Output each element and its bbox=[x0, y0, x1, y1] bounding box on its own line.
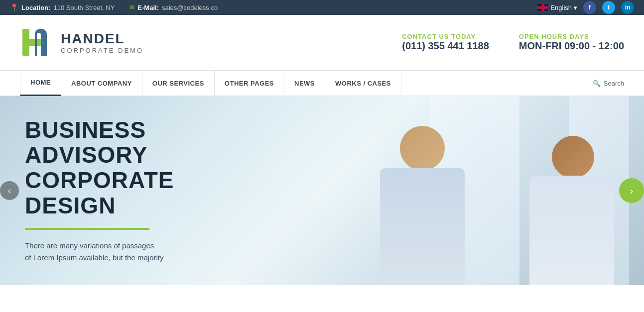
hero-title-line1: BUSINESS ADVISORY bbox=[25, 117, 148, 168]
hero-description: There are many variations of passages of… bbox=[25, 240, 229, 264]
contact-block: CONTACT US TODAY (011) 355 441 1188 bbox=[402, 33, 489, 52]
email-label: E-Mail: bbox=[137, 4, 159, 11]
hours-block: OPEN HOURS DAYS MON-FRI 09:00 - 12:00 bbox=[519, 33, 624, 52]
brand-sub: CORPORATE DEMO bbox=[61, 47, 143, 54]
logo-icon bbox=[20, 25, 55, 60]
hero-section: BUSINESS ADVISORY CORPORATE DESIGN There… bbox=[0, 96, 644, 285]
top-bar: 📍 Location: 110 South Street, NY ✉ E-Mai… bbox=[0, 0, 644, 15]
email-icon: ✉ bbox=[129, 4, 134, 11]
location-icon: 📍 bbox=[10, 3, 18, 11]
hero-content: BUSINESS ADVISORY CORPORATE DESIGN There… bbox=[0, 96, 249, 285]
slider-next-button[interactable]: › bbox=[619, 178, 644, 203]
language-chevron-icon: ▾ bbox=[574, 4, 577, 11]
facebook-icon[interactable]: f bbox=[583, 1, 596, 14]
search-button[interactable]: 🔍 Search bbox=[593, 80, 624, 87]
contact-phone: (011) 355 441 1188 bbox=[402, 40, 489, 52]
hero-title-line2: CORPORATE DESIGN bbox=[25, 167, 174, 218]
brand-name: HANDEL bbox=[61, 31, 143, 47]
hero-desc-line1: There are many variations of passages bbox=[25, 241, 154, 250]
twitter-icon[interactable]: t bbox=[602, 1, 615, 14]
hero-figure-area-left bbox=[325, 96, 485, 285]
linkedin-icon[interactable]: in bbox=[621, 1, 634, 14]
hero-desc-line2: of Lorem Ipsum available, but the majori… bbox=[25, 253, 163, 262]
logo-text: HANDEL CORPORATE DEMO bbox=[61, 31, 143, 54]
header-right: CONTACT US TODAY (011) 355 441 1188 OPEN… bbox=[402, 33, 624, 52]
navigation: HOME ABOUT COMPANY OUR SERVICES OTHER PA… bbox=[0, 70, 644, 96]
top-bar-right: English ▾ f t in bbox=[537, 1, 634, 14]
header: HANDEL CORPORATE DEMO CONTACT US TODAY (… bbox=[0, 15, 644, 70]
flag-icon bbox=[537, 4, 548, 11]
hero-figure-area-right bbox=[480, 96, 629, 285]
hours-value: MON-FRI 09:00 - 12:00 bbox=[519, 40, 624, 52]
location-label: Location: bbox=[21, 4, 51, 11]
location-info: 📍 Location: 110 South Street, NY bbox=[10, 3, 115, 11]
nav-item-services[interactable]: OUR SERVICES bbox=[142, 70, 215, 96]
search-label: Search bbox=[604, 80, 624, 87]
contact-label: CONTACT US TODAY bbox=[402, 33, 489, 40]
nav-item-about[interactable]: ABOUT COMPANY bbox=[61, 70, 142, 96]
top-bar-left: 📍 Location: 110 South Street, NY ✉ E-Mai… bbox=[10, 3, 218, 11]
hero-divider bbox=[25, 228, 149, 230]
slider-prev-button[interactable]: ‹ bbox=[0, 181, 19, 200]
hero-title: BUSINESS ADVISORY CORPORATE DESIGN bbox=[25, 117, 229, 218]
language-selector[interactable]: English ▾ bbox=[537, 4, 577, 11]
svg-rect-1 bbox=[22, 39, 41, 46]
location-value: 110 South Street, NY bbox=[54, 4, 115, 11]
nav-item-other[interactable]: OTHER PAGES bbox=[215, 70, 284, 96]
search-icon: 🔍 bbox=[593, 80, 601, 87]
nav-item-news[interactable]: NEWS bbox=[284, 70, 325, 96]
nav-item-home[interactable]: HOME bbox=[20, 70, 61, 96]
language-label: English bbox=[550, 4, 572, 11]
email-info: ✉ E-Mail: sales@codeless.co bbox=[129, 4, 218, 11]
nav-items: HOME ABOUT COMPANY OUR SERVICES OTHER PA… bbox=[20, 70, 583, 96]
email-value: sales@codeless.co bbox=[162, 4, 218, 11]
hours-label: OPEN HOURS DAYS bbox=[519, 33, 624, 40]
nav-item-works[interactable]: WORKS / CASES bbox=[325, 70, 401, 96]
logo[interactable]: HANDEL CORPORATE DEMO bbox=[20, 25, 143, 60]
